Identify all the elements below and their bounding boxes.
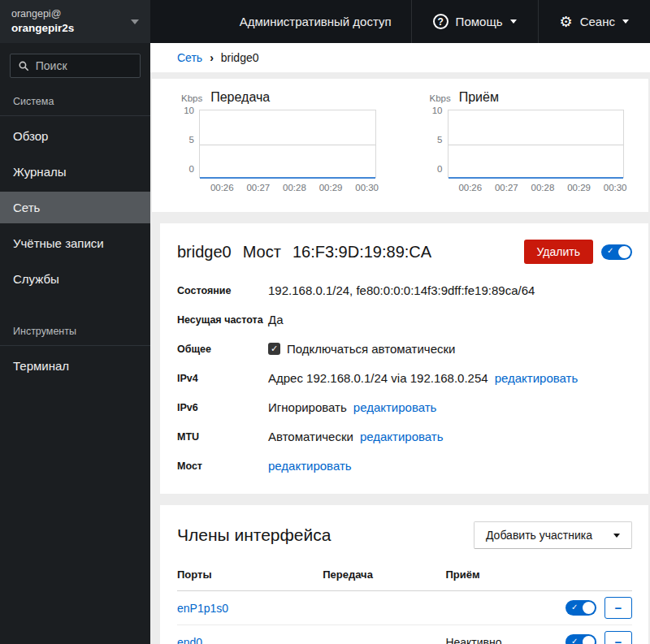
gear-icon: ⚙ <box>560 15 573 29</box>
sidebar-item-services[interactable]: Службы <box>0 263 150 295</box>
rx-chart-title: Приём <box>459 90 499 105</box>
search-input[interactable] <box>36 59 132 72</box>
remove-port-button[interactable]: − <box>604 597 632 619</box>
tx-data-line <box>200 177 375 179</box>
admin-access-indicator[interactable]: Административный доступ <box>220 0 411 43</box>
interface-name: bridge0 <box>177 243 232 261</box>
mtu-value: Автоматически <box>268 430 353 443</box>
help-menu-label: Помощь <box>456 15 503 28</box>
tx-chart-title: Передача <box>210 90 270 105</box>
masthead: Административный доступ ? Помощь ⚙ Сеанс <box>150 0 650 43</box>
port-rx-value: Неактивно <box>445 625 545 644</box>
ipv4-label: IPv4 <box>177 373 268 384</box>
x-tick: 00:26 <box>458 183 482 192</box>
members-table: Порты Передача Приём enP1p1s0 <box>177 564 632 644</box>
port-link-end0[interactable]: end0 <box>177 636 202 644</box>
rx-chart-unit: Kbps <box>430 93 451 103</box>
chevron-down-icon <box>510 19 517 24</box>
sidebar-item-network[interactable]: Сеть <box>0 192 150 223</box>
delete-button[interactable]: Удалить <box>524 240 593 264</box>
tx-chart-plot <box>199 110 376 178</box>
port-tx-value <box>323 625 445 644</box>
x-tick: 00:30 <box>355 183 379 192</box>
interface-title: bridge0 Мост 16:F3:9D:19:89:CA <box>177 243 431 261</box>
ipv6-edit-link[interactable]: редактировать <box>353 400 437 414</box>
main-content: Сеть › bridge0 Kbps Передача 10 5 0 <box>150 43 650 644</box>
status-value: 192.168.0.1/24, fe80:0:0:0:14f3:9dff:fe1… <box>268 283 632 297</box>
sidebar-item-accounts[interactable]: Учётные записи <box>0 227 150 259</box>
interface-type: Мост <box>243 243 281 261</box>
col-header-rx: Приём <box>445 564 545 591</box>
check-icon: ✓ <box>571 637 578 644</box>
col-header-tx: Передача <box>323 564 445 591</box>
carrier-value: Да <box>268 313 632 326</box>
autoconnect-checkbox-label: Подключаться автоматически <box>287 342 455 356</box>
toggle-knob <box>583 636 595 644</box>
general-label: Общее <box>177 344 268 355</box>
nav-group-system: Система <box>0 86 150 116</box>
search-icon <box>19 60 29 72</box>
table-row: end0 Неактивно ✓ − <box>177 625 632 644</box>
tx-chart-y-axis: 10 5 0 <box>181 106 199 174</box>
check-icon: ✓ <box>571 603 578 612</box>
session-menu-label: Сеанс <box>580 15 615 28</box>
sidebar-item-overview[interactable]: Обзор <box>0 120 150 152</box>
bridge-edit-link[interactable]: редактировать <box>268 459 352 473</box>
port-enable-toggle[interactable]: ✓ <box>566 600 596 616</box>
autoconnect-checkbox[interactable]: ✓ <box>268 343 280 355</box>
gridline <box>200 145 375 145</box>
port-enable-toggle[interactable]: ✓ <box>566 634 596 644</box>
rx-chart-plot <box>448 110 625 178</box>
x-tick: 00:26 <box>210 183 234 192</box>
traffic-charts-card: Kbps Передача 10 5 0 <box>152 79 648 212</box>
chevron-down-icon <box>622 19 629 24</box>
bridge-settings-card: bridge0 Мост 16:F3:9D:19:89:CA Удалить ✓… <box>160 223 648 494</box>
breadcrumb-current: bridge0 <box>221 51 259 64</box>
interface-enable-toggle[interactable]: ✓ <box>601 244 632 260</box>
x-tick: 00:29 <box>567 183 591 192</box>
x-tick: 00:28 <box>531 183 555 192</box>
search-box[interactable] <box>10 54 141 78</box>
breadcrumb-network-link[interactable]: Сеть <box>177 51 202 64</box>
carrier-label: Несущая частота <box>177 314 268 326</box>
chevron-down-icon <box>131 19 139 24</box>
user-menu[interactable]: orangepi@ orangepir2s <box>0 0 150 43</box>
y-tick: 10 <box>184 106 194 115</box>
chevron-down-icon <box>613 534 620 538</box>
interface-mac: 16:F3:9D:19:89:CA <box>292 243 431 261</box>
session-menu[interactable]: ⚙ Сеанс <box>538 0 650 43</box>
ipv4-edit-link[interactable]: редактировать <box>495 371 578 385</box>
x-tick: 00:27 <box>246 183 270 192</box>
mtu-label: MTU <box>177 431 268 443</box>
chevron-right-icon: › <box>210 51 214 64</box>
rx-chart-x-axis: 00:26 00:27 00:28 00:29 00:30 <box>448 183 625 197</box>
help-menu[interactable]: ? Помощь <box>411 0 538 43</box>
remove-port-button[interactable]: − <box>604 631 632 644</box>
user-name-top: orangepi@ <box>11 7 74 21</box>
table-row: enP1p1s0 ✓ − <box>177 591 632 625</box>
sidebar-search <box>10 54 141 78</box>
add-member-button[interactable]: Добавить участника <box>474 521 632 549</box>
nav-group-tools: Инструменты <box>0 316 150 346</box>
sidebar-item-terminal[interactable]: Терминал <box>0 350 150 382</box>
status-label: Состояние <box>177 285 268 296</box>
port-tx-value <box>323 591 445 625</box>
port-link-enP1p1s0[interactable]: enP1p1s0 <box>177 602 228 615</box>
toggle-knob <box>583 602 595 614</box>
mtu-edit-link[interactable]: редактировать <box>360 430 444 443</box>
interface-members-card: Члены интерфейса Добавить участника Порт… <box>160 505 648 644</box>
ipv4-value: Адрес 192.168.0.1/24 via 192.168.0.254 <box>268 371 488 385</box>
add-member-label: Добавить участника <box>486 529 592 542</box>
toggle-knob <box>618 246 630 258</box>
help-icon: ? <box>433 14 448 29</box>
rx-chart-y-axis: 10 5 0 <box>430 106 448 174</box>
cockpit-page: orangepi@ orangepir2s Система Обзор Журн… <box>0 0 650 644</box>
y-tick: 0 <box>189 164 194 174</box>
tx-chart: Kbps Передача 10 5 0 <box>152 90 401 197</box>
tx-chart-unit: Kbps <box>181 93 202 103</box>
check-icon: ✓ <box>607 246 613 255</box>
sidebar-item-logs[interactable]: Журналы <box>0 156 150 188</box>
breadcrumb: Сеть › bridge0 <box>150 43 650 72</box>
gridline <box>448 145 624 145</box>
port-rx-value <box>445 591 545 625</box>
